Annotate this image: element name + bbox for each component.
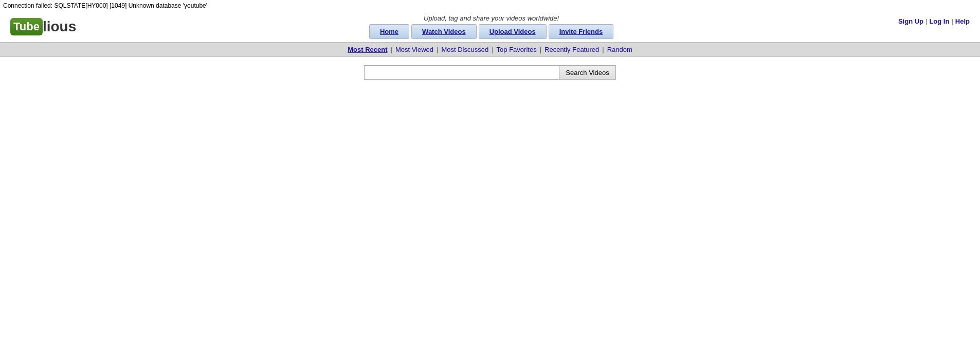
auth-sep-1: | bbox=[925, 17, 927, 25]
auth-sep-2: | bbox=[951, 17, 953, 25]
nav-tabs: Home Watch Videos Upload Videos Invite F… bbox=[369, 24, 613, 39]
subnav-most-recent[interactable]: Most Recent bbox=[348, 46, 387, 53]
subnav-random[interactable]: Random bbox=[607, 46, 632, 53]
logo-tube: Tube bbox=[10, 18, 43, 35]
subnav-recently-featured[interactable]: Recently Featured bbox=[545, 46, 599, 53]
logo-lious: lious bbox=[43, 18, 76, 35]
sub-nav: Most Recent | Most Viewed | Most Discuss… bbox=[0, 42, 980, 57]
subnav-most-viewed[interactable]: Most Viewed bbox=[395, 46, 433, 53]
header-center: Upload, tag and share your videos worldw… bbox=[369, 14, 613, 39]
subnav-top-favorites[interactable]: Top Favorites bbox=[497, 46, 537, 53]
logo-area: Tubelious bbox=[10, 18, 84, 35]
search-area: Search Videos bbox=[0, 57, 980, 88]
nav-tab-upload-videos[interactable]: Upload Videos bbox=[479, 24, 547, 39]
subnav-most-discussed[interactable]: Most Discussed bbox=[441, 46, 488, 53]
header: Tubelious Upload, tag and share your vid… bbox=[0, 11, 980, 42]
subnav-sep-3: | bbox=[492, 46, 493, 53]
subnav-sep-5: | bbox=[602, 46, 604, 53]
nav-tab-home[interactable]: Home bbox=[369, 24, 409, 39]
subnav-sep-2: | bbox=[437, 46, 438, 53]
nav-tab-watch-videos[interactable]: Watch Videos bbox=[411, 24, 477, 39]
signup-link[interactable]: Sign Up bbox=[898, 17, 923, 25]
help-link[interactable]: Help bbox=[955, 17, 970, 25]
tagline: Upload, tag and share your videos worldw… bbox=[424, 14, 559, 22]
error-message: Connection failed: SQLSTATE[HY000] [1049… bbox=[0, 0, 980, 11]
logo: Tubelious bbox=[10, 18, 76, 35]
login-link[interactable]: Log In bbox=[929, 17, 949, 25]
top-auth-links: Sign Up | Log In | Help bbox=[898, 14, 970, 25]
search-button[interactable]: Search Videos bbox=[559, 65, 615, 80]
subnav-sep-1: | bbox=[390, 46, 392, 53]
nav-tab-invite-friends[interactable]: Invite Friends bbox=[549, 24, 614, 39]
subnav-sep-4: | bbox=[540, 46, 541, 53]
search-input[interactable] bbox=[364, 65, 559, 80]
